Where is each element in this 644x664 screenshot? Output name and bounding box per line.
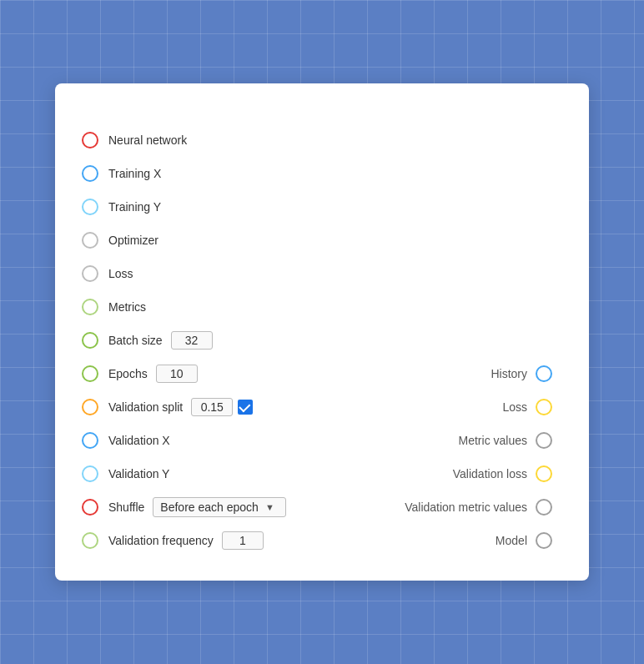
left-section-loss: Loss <box>82 265 562 282</box>
right-section-epochs: History <box>379 365 562 382</box>
circle-validation-x <box>82 432 98 449</box>
right-label-validation-y: Validation loss <box>453 467 527 480</box>
label-training-x: Training X <box>108 167 161 180</box>
label-shuffle: Shuffle <box>108 501 144 514</box>
circle-training-y <box>82 199 98 215</box>
label-neural-network: Neural network <box>108 133 187 147</box>
row-shuffle: ShuffleBefore each epoch▼Validation metr… <box>82 490 562 524</box>
right-circle-shuffle <box>536 499 552 516</box>
right-circle-validation-split <box>536 399 552 415</box>
row-metrics: Metrics <box>82 290 562 324</box>
label-loss: Loss <box>108 267 133 280</box>
left-section-training-y: Training Y <box>82 199 562 215</box>
right-section-validation-x: Metric values <box>379 432 562 449</box>
row-training-x: Training X <box>82 157 562 190</box>
left-section-validation-y: Validation Y <box>82 465 379 482</box>
input-epochs[interactable] <box>156 365 198 383</box>
right-section-shuffle: Validation metric values <box>379 499 562 516</box>
row-loss: Loss <box>82 257 562 290</box>
checkbox-validation-split[interactable] <box>238 400 253 415</box>
circle-metrics <box>82 299 98 315</box>
label-batch-size: Batch size <box>108 334 163 347</box>
label-validation-y: Validation Y <box>108 467 169 480</box>
right-label-validation-x: Metric values <box>459 434 527 447</box>
left-section-batch-size: Batch size <box>82 331 562 350</box>
row-validation-y: Validation YValidation loss <box>82 457 562 490</box>
circle-loss <box>82 265 98 282</box>
row-neural-network: Neural network <box>82 123 562 157</box>
input-validation-split[interactable] <box>191 398 233 416</box>
left-section-validation-frequency: Validation frequency <box>82 531 379 550</box>
right-section-validation-frequency: Model <box>379 532 562 549</box>
right-label-shuffle: Validation metric values <box>405 501 527 514</box>
circle-validation-y <box>82 465 98 482</box>
row-validation-x: Validation XMetric values <box>82 424 562 457</box>
right-label-validation-frequency: Model <box>496 534 527 547</box>
right-circle-epochs <box>536 365 552 382</box>
train-neural-network-card: Neural networkTraining XTraining YOptimi… <box>55 83 589 581</box>
circle-validation-split <box>82 399 98 415</box>
row-validation-frequency: Validation frequencyModel <box>82 524 562 557</box>
left-section-epochs: Epochs <box>82 365 379 383</box>
label-metrics: Metrics <box>108 300 146 314</box>
circle-epochs <box>82 365 98 382</box>
label-training-y: Training Y <box>108 200 161 214</box>
left-section-neural-network: Neural network <box>82 132 562 148</box>
left-section-training-x: Training X <box>82 165 562 182</box>
left-section-metrics: Metrics <box>82 299 562 315</box>
dropdown-shuffle[interactable]: Before each epoch▼ <box>153 497 286 517</box>
row-batch-size: Batch size <box>82 324 562 357</box>
right-circle-validation-frequency <box>536 532 552 549</box>
label-validation-x: Validation X <box>108 434 170 447</box>
row-validation-split: Validation splitLoss <box>82 390 562 424</box>
circle-validation-frequency <box>82 532 98 549</box>
right-label-validation-split: Loss <box>502 400 527 414</box>
dropdown-arrow-icon: ▼ <box>265 502 274 512</box>
circle-neural-network <box>82 132 98 148</box>
circle-batch-size <box>82 332 98 349</box>
input-batch-size[interactable] <box>171 331 213 350</box>
label-validation-split: Validation split <box>108 400 183 414</box>
right-label-epochs: History <box>491 367 527 380</box>
label-optimizer: Optimizer <box>108 234 158 247</box>
row-optimizer: Optimizer <box>82 224 562 257</box>
row-epochs: EpochsHistory <box>82 357 562 390</box>
right-circle-validation-y <box>536 465 552 482</box>
right-section-validation-split: Loss <box>379 399 562 415</box>
left-section-optimizer: Optimizer <box>82 232 562 249</box>
row-training-y: Training Y <box>82 190 562 224</box>
circle-shuffle <box>82 499 98 516</box>
left-section-shuffle: ShuffleBefore each epoch▼ <box>82 497 379 517</box>
left-section-validation-x: Validation X <box>82 432 379 449</box>
label-validation-frequency: Validation frequency <box>108 534 214 547</box>
circle-optimizer <box>82 232 98 249</box>
input-validation-frequency[interactable] <box>222 531 264 550</box>
right-circle-validation-x <box>536 432 552 449</box>
left-section-validation-split: Validation split <box>82 398 379 416</box>
label-epochs: Epochs <box>108 367 148 380</box>
right-section-validation-y: Validation loss <box>379 465 562 482</box>
circle-training-x <box>82 165 98 182</box>
